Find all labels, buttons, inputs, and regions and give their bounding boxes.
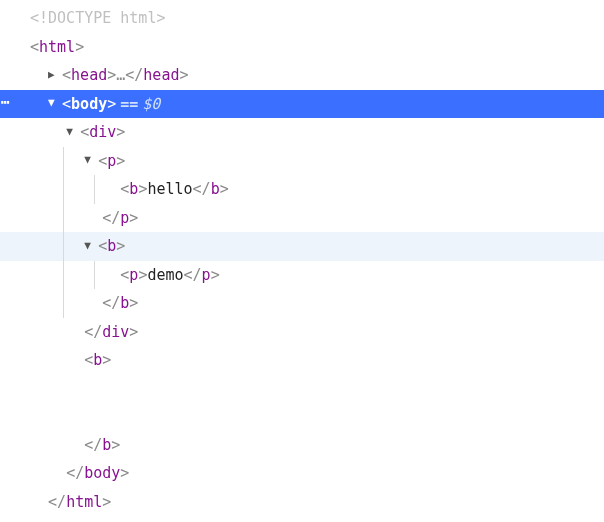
- selection-eq: ==: [116, 90, 142, 119]
- doctype-text: <!DOCTYPE html>: [30, 4, 165, 33]
- expand-expanded-icon[interactable]: ▼: [84, 236, 98, 257]
- line-html-open[interactable]: <html>: [0, 33, 604, 62]
- gutter-dots-icon: ⋯: [0, 88, 12, 117]
- line-body-open-selected[interactable]: ⋯ ▼<body> == $0: [0, 90, 604, 119]
- tag-b: b: [107, 232, 116, 261]
- text-hello: hello: [147, 175, 192, 204]
- line-b3-open[interactable]: <b>: [0, 346, 604, 375]
- line-head[interactable]: ▶<head>…</head>: [0, 61, 604, 90]
- line-div-open[interactable]: ▼<div>: [0, 118, 604, 147]
- line-blank: [0, 375, 604, 403]
- tag-p: p: [107, 147, 116, 176]
- line-p-demo[interactable]: <p>demo</p>: [0, 261, 604, 290]
- line-p1-open[interactable]: ▼<p>: [0, 147, 604, 176]
- tag-body: body: [71, 90, 107, 119]
- tag-b: b: [129, 175, 138, 204]
- tag-head: head: [71, 61, 107, 90]
- tag-p: p: [129, 261, 138, 290]
- line-doctype[interactable]: <!DOCTYPE html>: [0, 4, 604, 33]
- line-b-hello[interactable]: <b>hello</b>: [0, 175, 604, 204]
- expand-expanded-icon[interactable]: ▼: [84, 150, 98, 171]
- line-html-close[interactable]: </html>: [0, 488, 604, 517]
- line-b3-close[interactable]: </b>: [0, 431, 604, 460]
- tag-div: div: [89, 118, 116, 147]
- line-blank: [0, 403, 604, 431]
- expand-expanded-icon[interactable]: ▼: [48, 93, 62, 114]
- expand-collapsed-icon[interactable]: ▶: [48, 65, 62, 86]
- line-body-close[interactable]: </body>: [0, 459, 604, 488]
- ellipsis: …: [116, 61, 125, 90]
- selection-alias: $0: [142, 90, 160, 119]
- tag-b: b: [93, 346, 102, 375]
- line-div-close[interactable]: </div>: [0, 318, 604, 347]
- line-b2-open[interactable]: ▼<b>: [0, 232, 604, 261]
- text-demo: demo: [147, 261, 183, 290]
- expand-expanded-icon[interactable]: ▼: [66, 122, 80, 143]
- dom-tree: <!DOCTYPE html> <html> ▶<head>…</head> ⋯…: [0, 0, 604, 522]
- tag-html: html: [39, 33, 75, 62]
- line-b2-close[interactable]: </b>: [0, 289, 604, 318]
- line-p1-close[interactable]: </p>: [0, 204, 604, 233]
